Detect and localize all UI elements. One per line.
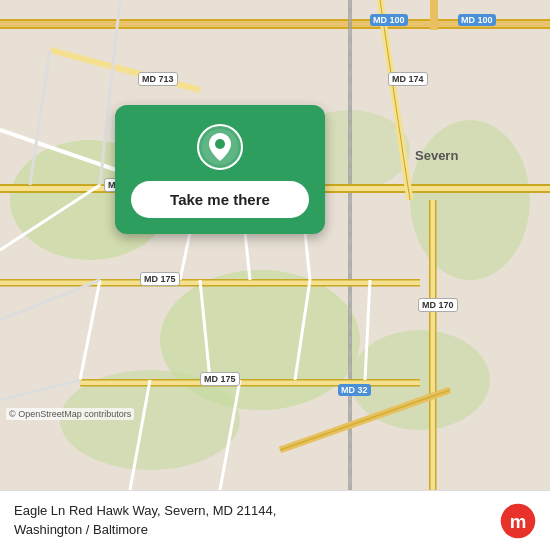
road-label-md100b: MD 100 (458, 14, 496, 26)
popup-card: Take me there (115, 105, 325, 234)
svg-text:m: m (510, 511, 527, 532)
svg-rect-19 (80, 379, 420, 381)
svg-point-4 (410, 120, 530, 280)
road-label-md174: MD 174 (388, 72, 428, 86)
address-line2: Washington / Baltimore (14, 522, 148, 537)
address-text: Eagle Ln Red Hawk Way, Severn, MD 21144,… (14, 502, 500, 538)
svg-point-47 (215, 139, 225, 149)
map-container: MD 100 MD 100 MD 713 MD 174 MD 175 MD 17… (0, 0, 550, 490)
svg-rect-44 (430, 0, 438, 30)
location-pin-icon (196, 123, 244, 171)
road-label-md32: MD 32 (338, 384, 371, 396)
svg-rect-16 (0, 279, 420, 281)
road-label-md100: MD 100 (370, 14, 408, 26)
road-label-md713: MD 713 (138, 72, 178, 86)
road-label-md170: MD 170 (418, 298, 458, 312)
copyright-text: © OpenStreetMap contributors (6, 408, 134, 420)
svg-rect-17 (0, 285, 420, 287)
road-label-md175c: MD 175 (200, 372, 240, 386)
moovit-icon: m (500, 503, 536, 539)
bottom-bar: Eagle Ln Red Hawk Way, Severn, MD 21144,… (0, 490, 550, 550)
svg-rect-23 (435, 200, 437, 490)
moovit-logo: m (500, 503, 536, 539)
svg-rect-9 (0, 27, 550, 29)
city-label-severn: Severn (415, 148, 458, 163)
svg-rect-22 (429, 200, 431, 490)
road-label-md175b: MD 175 (140, 272, 180, 286)
address-line1: Eagle Ln Red Hawk Way, Severn, MD 21144, (14, 503, 276, 518)
take-me-there-button[interactable]: Take me there (131, 181, 309, 218)
